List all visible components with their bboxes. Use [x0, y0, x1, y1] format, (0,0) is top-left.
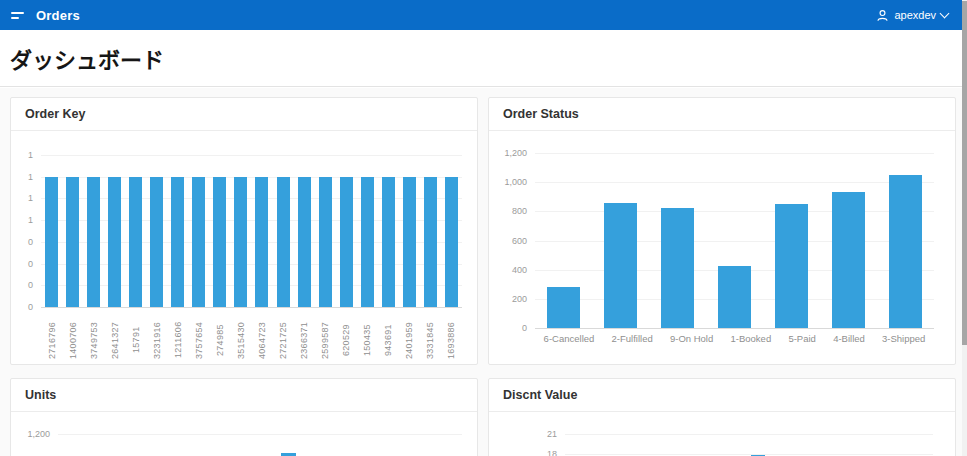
- bar[interactable]: [661, 208, 694, 328]
- y-tick-label: 1: [28, 193, 41, 203]
- scrollbar[interactable]: [962, 0, 967, 456]
- scrollbar-thumb[interactable]: [962, 1, 967, 345]
- bar[interactable]: [87, 177, 100, 307]
- y-tick-label: 1: [28, 172, 41, 182]
- chart-discnt-value: 2118: [489, 412, 955, 456]
- x-tick-label: 4064723: [257, 312, 267, 365]
- bar[interactable]: [718, 266, 751, 328]
- x-tick-label: 2401959: [404, 312, 414, 365]
- x-tick-label: 15791: [131, 312, 141, 365]
- x-tick-label: 2-Fulfilled: [612, 333, 653, 351]
- x-tick-label: 9-On Hold: [670, 333, 713, 351]
- x-tick-label: 2721725: [278, 312, 288, 365]
- y-gridline: 21: [565, 434, 933, 435]
- x-tick-label: 1211606: [173, 312, 183, 365]
- x-tick-label: 5-Paid: [788, 333, 815, 351]
- x-tick-label: 3231916: [152, 312, 162, 365]
- bar[interactable]: [213, 177, 226, 307]
- y-gridline: 1,200: [58, 434, 462, 435]
- bar[interactable]: [298, 177, 311, 307]
- y-tick-label: 1,000: [504, 177, 535, 187]
- bar[interactable]: [424, 177, 437, 307]
- menu-button[interactable]: [0, 0, 34, 30]
- card-header: Units: [11, 379, 477, 412]
- x-tick-label: 943691: [383, 312, 393, 365]
- x-tick-label: 3515430: [236, 312, 246, 365]
- x-tick-label: 274985: [215, 312, 225, 365]
- bar[interactable]: [108, 177, 121, 307]
- user-icon: [876, 9, 889, 22]
- card-order-key: Order Key 111100002716796140070637497532…: [10, 97, 478, 365]
- chart-order-status: 1,2001,00080060040020006-Cancelled2-Fulf…: [489, 131, 955, 363]
- y-tick-label: 800: [512, 206, 535, 216]
- bar[interactable]: [445, 177, 458, 307]
- page-title: ダッシュボード: [10, 42, 164, 74]
- bar[interactable]: [66, 177, 79, 307]
- user-menu-button[interactable]: apexdev: [876, 9, 948, 22]
- app-title: Orders: [36, 8, 80, 23]
- x-tick-label: 3749753: [89, 312, 99, 365]
- y-tick-label: 21: [547, 429, 565, 439]
- card-header: Order Key: [11, 98, 477, 131]
- y-tick-label: 1,200: [27, 429, 58, 439]
- dashboard-content: Order Key 111100002716796140070637497532…: [0, 88, 962, 456]
- card-title: Discnt Value: [503, 388, 577, 402]
- bar[interactable]: [150, 177, 163, 307]
- y-tick-label: 0: [28, 302, 41, 312]
- bar[interactable]: [277, 177, 290, 307]
- y-tick-label: 1: [28, 215, 41, 225]
- y-tick-label: 200: [512, 294, 535, 304]
- chart-order-key: 1111000027167961400706374975326413271579…: [11, 131, 477, 363]
- chart-units: 1,200: [11, 412, 477, 456]
- x-tick-label: 3331845: [425, 312, 435, 365]
- bar[interactable]: [382, 177, 395, 307]
- y-tick-label: 1,200: [504, 148, 535, 158]
- y-gridline: 0: [41, 307, 462, 308]
- bar[interactable]: [889, 175, 922, 328]
- bar[interactable]: [129, 177, 142, 307]
- y-gridline: 0: [535, 328, 934, 329]
- card-title: Order Status: [503, 107, 579, 121]
- y-tick-label: 400: [512, 265, 535, 275]
- bar[interactable]: [234, 177, 247, 307]
- hamburger-icon: [11, 12, 24, 14]
- x-tick-label: 150435: [362, 312, 372, 365]
- card-header: Order Status: [489, 98, 955, 131]
- bar[interactable]: [775, 204, 808, 328]
- bar[interactable]: [340, 177, 353, 307]
- y-tick-label: 1: [28, 150, 41, 160]
- bar[interactable]: [547, 287, 580, 328]
- x-tick-label: 3-Shipped: [882, 333, 925, 351]
- bar[interactable]: [604, 203, 637, 328]
- card-title: Units: [25, 388, 56, 402]
- bar[interactable]: [832, 192, 865, 328]
- card-discnt-value: Discnt Value 2118: [488, 378, 956, 456]
- y-gridline: 18: [565, 454, 933, 455]
- x-tick-label: 2599587: [320, 312, 330, 365]
- x-tick-label: 2716796: [47, 312, 57, 365]
- y-tick-label: 0: [28, 237, 41, 247]
- card-header: Discnt Value: [489, 379, 955, 412]
- y-tick-label: 18: [547, 449, 565, 456]
- y-tick-label: 600: [512, 236, 535, 246]
- page-title-band: ダッシュボード: [0, 30, 962, 87]
- user-name: apexdev: [894, 9, 936, 21]
- x-tick-label: 1693886: [446, 312, 456, 365]
- bar[interactable]: [45, 177, 58, 307]
- bar[interactable]: [255, 177, 268, 307]
- y-tick-label: 0: [28, 259, 41, 269]
- bar[interactable]: [403, 177, 416, 307]
- bar[interactable]: [319, 177, 332, 307]
- bar[interactable]: [361, 177, 374, 307]
- bar[interactable]: [171, 177, 184, 307]
- x-tick-label: 2641327: [110, 312, 120, 365]
- y-tick-label: 0: [28, 280, 41, 290]
- x-tick-label: 620529: [341, 312, 351, 365]
- bar[interactable]: [192, 177, 205, 307]
- x-tick-label: 1400706: [68, 312, 78, 365]
- card-title: Order Key: [25, 107, 85, 121]
- x-tick-label: 6-Cancelled: [544, 333, 595, 351]
- x-tick-label: 4-Billed: [833, 333, 865, 351]
- x-tick-label: 2366371: [299, 312, 309, 365]
- x-tick-label: 1-Booked: [731, 333, 772, 351]
